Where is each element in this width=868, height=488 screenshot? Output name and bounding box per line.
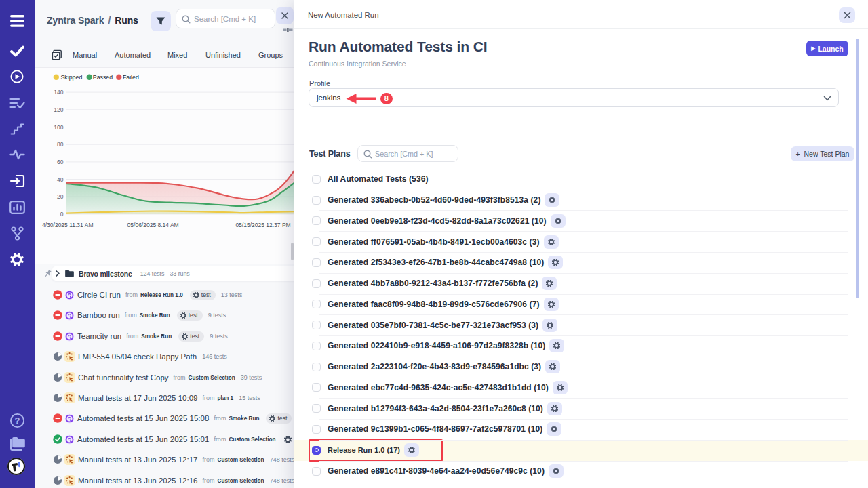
svg-text:100: 100 — [54, 124, 63, 131]
svg-text:120: 120 — [54, 106, 63, 113]
svg-text:4/30/2025 11:31 AM: 4/30/2025 11:31 AM — [42, 222, 93, 228]
svg-text:40: 40 — [57, 176, 64, 183]
svg-text:Passed: Passed — [93, 74, 113, 81]
svg-text:Failed: Failed — [123, 74, 139, 81]
svg-text:60: 60 — [57, 159, 64, 165]
svg-text:05/06/2025 8:14 AM: 05/06/2025 8:14 AM — [127, 222, 179, 228]
svg-text:20: 20 — [57, 193, 64, 200]
svg-text:140: 140 — [54, 89, 63, 96]
svg-text:?: ? — [15, 415, 20, 426]
svg-text:Skipped: Skipped — [61, 74, 83, 81]
svg-text:80: 80 — [57, 141, 64, 148]
svg-text:0: 0 — [60, 211, 64, 218]
svg-text:05/15/2025 12:37 PM: 05/15/2025 12:37 PM — [235, 222, 290, 228]
